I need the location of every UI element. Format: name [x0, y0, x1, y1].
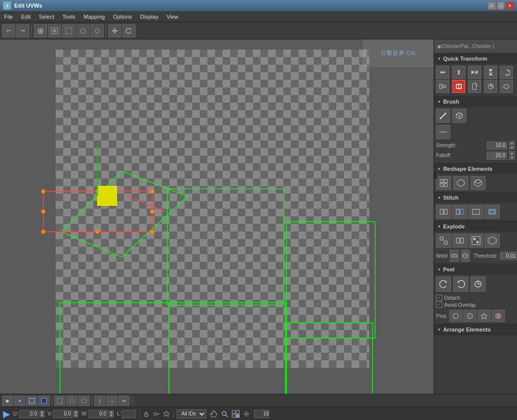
rotate-tool[interactable]	[122, 24, 136, 37]
menu-edit[interactable]: Edit	[17, 13, 35, 21]
weld-btn-1[interactable]	[450, 250, 459, 262]
explode-header[interactable]: Explode	[434, 221, 517, 231]
brush-cube-button[interactable]	[452, 109, 466, 123]
bt-face[interactable]	[38, 396, 50, 406]
strength-down[interactable]: ▼	[509, 146, 515, 150]
pan-icon[interactable]	[209, 410, 218, 418]
peel-btn-2[interactable]	[453, 276, 468, 292]
u-input[interactable]	[19, 410, 38, 418]
u-up[interactable]: ▲	[39, 410, 45, 414]
menu-tools[interactable]: Tools	[58, 13, 79, 21]
bt-snap1[interactable]: |	[94, 396, 105, 406]
falloff-input[interactable]	[487, 152, 507, 160]
strength-input[interactable]	[487, 142, 507, 150]
redo-button[interactable]: ↪	[16, 24, 29, 37]
peel-btn-1[interactable]	[436, 276, 451, 292]
minimize-button[interactable]: −	[488, 2, 496, 10]
peel-header[interactable]: Peel	[434, 264, 517, 274]
snap-grid-button[interactable]: ⊞	[34, 24, 47, 37]
reshape-box-button[interactable]	[453, 176, 468, 190]
bt-edge[interactable]	[26, 396, 37, 406]
brush-header[interactable]: Brush	[434, 97, 517, 107]
qt-move-v[interactable]	[452, 66, 465, 79]
stitch-btn-1[interactable]	[436, 205, 451, 219]
qt-flip-h[interactable]	[468, 66, 481, 79]
bt-snap2[interactable]: ⟂	[106, 396, 117, 406]
pin-select-button[interactable]	[478, 310, 491, 322]
bt-select3[interactable]	[78, 396, 90, 406]
pin-add-button[interactable]	[449, 310, 462, 322]
v-up[interactable]: ▲	[73, 410, 78, 414]
settings-icon[interactable]	[243, 410, 250, 417]
undo-button[interactable]: ↩	[2, 24, 15, 37]
bt-play[interactable]: ▶	[2, 396, 13, 406]
stitch-btn-3[interactable]	[468, 205, 484, 219]
strength-up[interactable]: ▲	[509, 141, 515, 145]
canvas-area[interactable]: 引擎世界·CN	[0, 39, 434, 394]
reshape-grid-button[interactable]	[436, 176, 451, 190]
w-down[interactable]: ▼	[109, 414, 114, 417]
v-down[interactable]: ▼	[73, 414, 78, 417]
explode-btn-4[interactable]	[485, 234, 500, 248]
w-up[interactable]: ▲	[109, 410, 114, 414]
brush-paint-button[interactable]	[436, 109, 450, 123]
quick-transform-header[interactable]: Quick Transform	[434, 54, 517, 64]
brush-line-button[interactable]	[436, 125, 450, 139]
falloff-up[interactable]: ▲	[509, 151, 515, 155]
bt-mirror[interactable]: ⇔	[118, 396, 130, 406]
pin-clear-button[interactable]	[492, 310, 505, 322]
explode-btn-2[interactable]	[452, 234, 467, 248]
qt-flip-v[interactable]	[484, 66, 497, 79]
reshape-sphere-button[interactable]	[470, 176, 486, 190]
menu-select[interactable]: Select	[35, 13, 59, 21]
qt-align-center[interactable]: Align to Edge	[452, 80, 465, 93]
grid-icon[interactable]	[232, 410, 240, 418]
qt-move-h[interactable]	[436, 66, 449, 79]
checker-icon: ▣	[437, 44, 442, 49]
uv-canvas[interactable]	[56, 50, 369, 368]
bt-vert[interactable]	[14, 396, 25, 406]
num-input[interactable]	[254, 410, 269, 418]
magnify-icon[interactable]	[221, 410, 229, 418]
l-input[interactable]	[122, 410, 136, 418]
qt-align-4[interactable]	[484, 80, 497, 93]
explode-btn-1[interactable]	[436, 234, 451, 248]
lasso2-button[interactable]	[91, 24, 104, 37]
menu-options[interactable]: Options	[109, 13, 136, 21]
explode-btn-3[interactable]	[468, 234, 484, 248]
threshold-input[interactable]	[500, 252, 517, 260]
w-input[interactable]	[89, 410, 108, 418]
freeform-button[interactable]	[48, 24, 61, 37]
pin-remove-button[interactable]	[463, 310, 477, 322]
v-input[interactable]	[53, 410, 72, 418]
stitch-btn-4[interactable]	[485, 205, 500, 219]
u-down[interactable]: ▼	[39, 414, 45, 417]
bt-select2[interactable]	[66, 396, 77, 406]
menu-view[interactable]: View	[162, 13, 183, 21]
peel-btn-3[interactable]	[470, 276, 486, 292]
lasso-button[interactable]	[76, 24, 90, 37]
menu-display[interactable]: Display	[136, 13, 162, 21]
reshape-header[interactable]: Reshape Elements	[434, 164, 517, 174]
detach-checkbox[interactable]	[436, 295, 442, 301]
window-controls[interactable]: − □ ×	[488, 2, 514, 10]
qt-align-3[interactable]	[468, 80, 481, 93]
arrange-header[interactable]: Arrange Elements	[434, 324, 517, 335]
qt-align-1[interactable]	[436, 80, 449, 93]
svg-rect-34	[490, 210, 495, 213]
maximize-button[interactable]: □	[497, 2, 505, 10]
ids-dropdown[interactable]: All IDs	[177, 409, 206, 418]
qt-align-5[interactable]	[500, 80, 513, 93]
falloff-down[interactable]: ▼	[509, 156, 515, 160]
select-mode-button[interactable]	[62, 24, 75, 37]
weld-btn-2[interactable]	[461, 250, 470, 262]
close-button[interactable]: ×	[506, 2, 514, 10]
stitch-header[interactable]: Stitch	[434, 193, 517, 203]
stitch-btn-2[interactable]	[452, 205, 467, 219]
avoid-overlap-checkbox[interactable]	[436, 302, 442, 308]
qt-rotate-cw[interactable]	[500, 66, 513, 79]
menu-file[interactable]: File	[0, 13, 17, 21]
move-tool[interactable]	[108, 24, 121, 37]
menu-mapping[interactable]: Mapping	[79, 13, 109, 21]
bt-select1[interactable]	[54, 396, 65, 406]
